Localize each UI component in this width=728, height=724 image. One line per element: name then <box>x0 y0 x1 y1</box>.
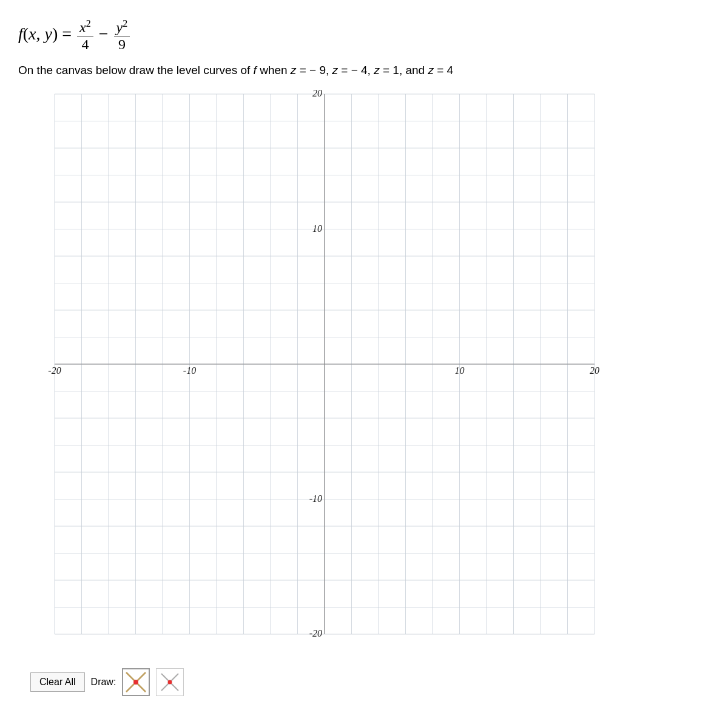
graph-canvas[interactable] <box>30 88 601 658</box>
instruction-text: On the canvas below draw the level curve… <box>18 64 710 77</box>
draw-tool-1[interactable] <box>122 668 150 696</box>
bottom-bar: Clear All Draw: <box>30 668 710 696</box>
formula-fx: f(x, y) <box>18 24 58 43</box>
svg-point-2 <box>133 680 138 685</box>
graph-container <box>30 88 601 658</box>
clear-all-button[interactable]: Clear All <box>30 672 85 692</box>
draw-icon-1-svg <box>124 670 148 694</box>
draw-tool-2[interactable] <box>156 668 184 696</box>
formula-display: f(x, y) = x2 4 − y2 9 <box>18 18 710 53</box>
formula-term2: y2 9 <box>114 18 130 53</box>
draw-label: Draw: <box>91 677 116 688</box>
formula-term1: x2 4 <box>77 18 93 53</box>
draw-icon-2-svg <box>158 670 182 694</box>
svg-point-5 <box>168 680 172 685</box>
